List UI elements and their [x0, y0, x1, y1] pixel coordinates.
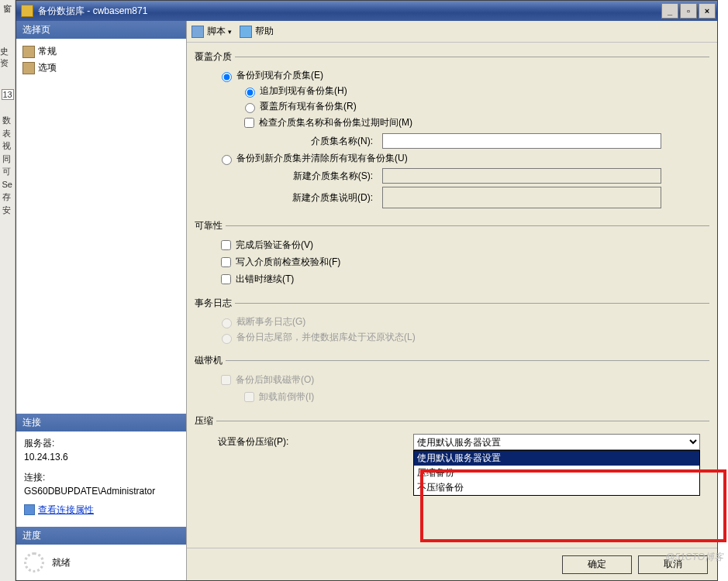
compress-combo[interactable]: 使用默认服务器设置 [413, 434, 700, 450]
radio-label: 截断事务日志(G) [236, 315, 305, 328]
sidebar-item-label: 选项 [38, 61, 57, 74]
page-icon [22, 62, 35, 74]
ok-button[interactable]: 确定 [562, 555, 632, 574]
radio-label: 备份日志尾部，并使数据库处于还原状态(L) [236, 331, 416, 344]
radio-label: 备份到新介质集并清除所有现有备份集(U) [236, 152, 408, 165]
compress-label: 设置备份压缩(P): [218, 435, 404, 449]
watermark: @51CTO博客 [665, 551, 723, 564]
connection-header: 连接 [16, 414, 186, 431]
titlebar: 备份数据库 - cwbasem871 _ ▫ × [16, 1, 717, 21]
dialog-footer: 确定 取消 [187, 548, 717, 580]
checkbox-label: 完成后验证备份(V) [236, 239, 313, 252]
main-panel: 脚本 ▾ 帮助 覆盖介质 备份到现有介质集(E) [187, 21, 717, 580]
view-connection-properties-link[interactable]: 查看连接属性 [24, 503, 94, 517]
rewind-checkbox [244, 392, 254, 402]
restore-button[interactable]: ▫ [680, 3, 697, 19]
help-button[interactable]: 帮助 [240, 25, 274, 38]
backup-tail-radio [222, 334, 232, 344]
connection-panel: 服务器: 10.24.13.6 连接: GS60DBUPDATE\Adminis… [16, 431, 186, 527]
verify-checkbox[interactable] [221, 240, 231, 250]
background-app-strip: 窗 史资 13 数 表 视 同 可 Se 存 安 [0, 0, 16, 581]
txlog-group: 事务日志 截断事务日志(G) 备份日志尾部，并使数据库处于还原状态(L) [195, 297, 709, 348]
sidebar: 选择页 常规 选项 连接 服务器: 10.24.13.6 连接: GS60DBU… [16, 21, 187, 580]
sidebar-item-general[interactable]: 常规 [22, 43, 181, 60]
connection-label: 连接: [24, 470, 178, 484]
form-area: 覆盖介质 备份到现有介质集(E) 追加到现有备份集(H) 覆盖所有现有备份集(R… [187, 43, 717, 548]
continue-on-error-checkbox[interactable] [221, 274, 231, 284]
chevron-down-icon: ▾ [228, 28, 232, 36]
progress-status: 就绪 [52, 556, 71, 569]
overwrite-all-radio[interactable] [245, 103, 255, 113]
group-legend: 磁带机 [195, 354, 226, 367]
new-media-name-input [382, 168, 661, 184]
media-name-label: 介质集名称(N): [226, 135, 373, 148]
progress-spinner-icon [24, 552, 44, 572]
compress-option-default[interactable]: 使用默认服务器设置 [414, 451, 699, 466]
help-label: 帮助 [255, 25, 274, 38]
radio-label: 追加到现有备份集(H) [260, 84, 347, 98]
connection-value: GS60DBUPDATE\Administrator [24, 484, 178, 498]
backup-new-media-radio[interactable] [222, 155, 232, 165]
link-label: 查看连接属性 [38, 503, 94, 517]
checksum-checkbox[interactable] [221, 257, 231, 267]
new-media-desc-input [382, 187, 661, 208]
properties-icon [24, 504, 35, 515]
script-label: 脚本 [207, 25, 226, 38]
close-button[interactable]: × [699, 3, 716, 19]
select-page-header: 选择页 [16, 21, 186, 39]
truncate-log-radio [222, 318, 232, 328]
group-legend: 事务日志 [195, 297, 235, 310]
check-media-checkbox[interactable] [244, 118, 254, 128]
compress-select-wrap: 使用默认服务器设置 使用默认服务器设置 压缩备份 不压缩备份 [413, 434, 700, 450]
checkbox-label: 备份后卸载磁带(O) [236, 373, 314, 387]
script-dropdown[interactable]: 脚本 ▾ [191, 25, 232, 38]
sidebar-item-options[interactable]: 选项 [22, 60, 181, 76]
server-value: 10.24.13.6 [24, 450, 178, 464]
new-media-desc-label: 新建介质集说明(D): [226, 191, 373, 205]
minimize-button[interactable]: _ [661, 3, 678, 19]
db-icon [21, 5, 33, 17]
compress-listbox[interactable]: 使用默认服务器设置 压缩备份 不压缩备份 [413, 450, 700, 496]
help-icon [240, 26, 252, 38]
backup-database-dialog: 备份数据库 - cwbasem871 _ ▫ × 选择页 常规 选项 连接 [16, 0, 718, 581]
append-radio[interactable] [245, 88, 255, 98]
radio-label: 备份到现有介质集(E) [236, 69, 323, 82]
checkbox-label: 检查介质集名称和备份集过期时间(M) [259, 116, 412, 129]
group-legend: 覆盖介质 [195, 50, 235, 64]
checkbox-label: 出错时继续(T) [236, 273, 294, 286]
group-legend: 压缩 [195, 414, 216, 428]
page-tree: 常规 选项 [16, 39, 186, 81]
checkbox-label: 写入介质前检查校验和(F) [236, 256, 340, 269]
script-icon [191, 26, 204, 38]
reliability-group: 可靠性 完成后验证备份(V) 写入介质前检查校验和(F) 出错时继续(T) [195, 219, 709, 290]
unload-tape-checkbox [221, 375, 231, 385]
overwrite-media-group: 覆盖介质 备份到现有介质集(E) 追加到现有备份集(H) 覆盖所有现有备份集(R… [195, 50, 709, 213]
radio-label: 覆盖所有现有备份集(R) [260, 100, 357, 113]
media-name-input[interactable] [382, 133, 661, 149]
group-legend: 可靠性 [195, 219, 226, 232]
toolbar: 脚本 ▾ 帮助 [187, 21, 717, 43]
sidebar-item-label: 常规 [38, 45, 57, 58]
new-media-name-label: 新建介质集名称(S): [226, 170, 373, 183]
progress-header: 进度 [16, 527, 186, 545]
progress-panel: 就绪 [16, 545, 186, 580]
tape-group: 磁带机 备份后卸载磁带(O) 卸载前倒带(I) [195, 354, 709, 408]
backup-existing-radio[interactable] [222, 72, 232, 82]
page-icon [22, 46, 35, 58]
checkbox-label: 卸载前倒带(I) [259, 390, 314, 404]
compress-option-nocompress[interactable]: 不压缩备份 [414, 480, 699, 495]
compress-group: 压缩 设置备份压缩(P): 使用默认服务器设置 使用默认服务器设置 压缩备份 不… [195, 414, 709, 455]
compress-option-compress[interactable]: 压缩备份 [414, 466, 699, 480]
window-title: 备份数据库 - cwbasem871 [38, 5, 660, 18]
server-label: 服务器: [24, 436, 178, 450]
